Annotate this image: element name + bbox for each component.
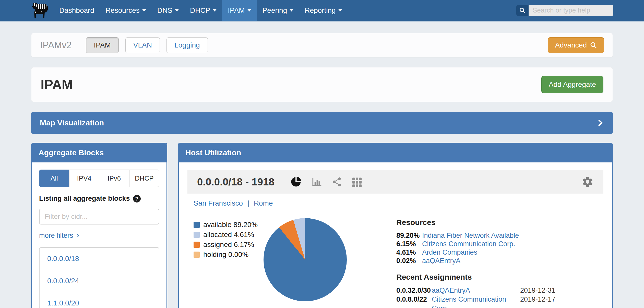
pie-chart-view-button[interactable] xyxy=(290,176,302,188)
type-tab-ipv6[interactable]: IPv6 xyxy=(99,170,129,187)
location-link-san-franscisco[interactable]: San Franscisco xyxy=(194,199,243,207)
help-icon[interactable]: ? xyxy=(133,195,141,203)
legend-swatch-allocated xyxy=(194,232,200,238)
location-separator: | xyxy=(247,199,249,207)
chevron-down-icon xyxy=(213,9,217,11)
advanced-label: Advanced xyxy=(555,41,587,49)
resource-row: 6.15%Citizens Communication Corp. xyxy=(396,240,603,248)
page-title: IPAM xyxy=(41,77,73,92)
search-icon xyxy=(590,42,597,49)
chevron-down-icon xyxy=(247,9,251,11)
more-filters-link[interactable]: more filters xyxy=(39,232,159,240)
resource-percent: 0.02% xyxy=(396,257,422,265)
legend-label: allocated 4.61% xyxy=(203,231,254,239)
legend-label: assigned 6.17% xyxy=(203,241,254,249)
tab-vlan[interactable]: VLAN xyxy=(125,37,160,53)
aggregate-blocks-body: All IPV4 IPv6 DHCP Listing all aggregate… xyxy=(32,162,166,308)
bar-chart-view-button[interactable] xyxy=(311,176,322,187)
nav-item-resources[interactable]: Resources xyxy=(100,0,152,21)
legend-item-assigned: assigned 6.17% xyxy=(194,241,264,249)
recent-assignment-row: 0.0.32.0/30aaQAEntryA2019-12-31 xyxy=(396,286,603,295)
resource-link[interactable]: Arden Companies xyxy=(422,248,603,257)
chevron-down-icon xyxy=(338,9,342,11)
stats-column: Resources 89.20%Indiana Fiber Network Av… xyxy=(396,218,603,308)
block-list-item[interactable]: 0.0.0.0/18 xyxy=(40,248,159,270)
nav-item-label: Peering xyxy=(263,6,287,15)
resource-percent: 4.61% xyxy=(396,248,422,257)
host-utilization-pie-chart xyxy=(264,218,347,301)
resource-link[interactable]: Citizens Communication Corp. xyxy=(422,240,603,248)
content-row: Aggregate Blocks All IPV4 IPv6 DHCP List… xyxy=(31,143,613,308)
assignment-date: 2019-12-17 xyxy=(520,295,603,304)
aggregate-blocks-panel: Aggregate Blocks All IPV4 IPv6 DHCP List… xyxy=(31,143,167,308)
host-utilization-body: 0.0.0.0/18 - 1918 xyxy=(179,162,612,308)
aggregate-block-list: 0.0.0.0/18 0.0.0.0/24 1.1.0.0/20 xyxy=(39,247,159,308)
block-list-item[interactable]: 1.1.0.0/20 xyxy=(40,292,159,308)
grid-view-button[interactable] xyxy=(351,176,363,187)
add-aggregate-button[interactable]: Add Aggregate xyxy=(541,76,603,93)
resource-link[interactable]: Indiana Fiber Network Available xyxy=(422,231,603,240)
view-icons xyxy=(290,176,363,188)
assignment-link[interactable]: aaQAEntryA xyxy=(432,286,520,295)
assignment-link[interactable]: Citizens Communication Corp. xyxy=(432,295,520,308)
nav-item-peering[interactable]: Peering xyxy=(257,0,299,21)
recent-assignment-row: 0.0.8.0/22Citizens Communication Corp.20… xyxy=(396,295,603,308)
nav-item-reporting[interactable]: Reporting xyxy=(299,0,348,21)
resource-percent: 6.15% xyxy=(396,240,422,248)
nav-item-dhcp[interactable]: DHCP xyxy=(184,0,222,21)
search-button[interactable] xyxy=(516,5,529,16)
bar-chart-icon xyxy=(311,176,322,187)
legend-item-allocated: allocated 4.61% xyxy=(194,231,264,239)
type-tab-all[interactable]: All xyxy=(39,170,69,187)
resource-link[interactable]: aaQAEntryA xyxy=(422,257,603,265)
type-tab-ipv4[interactable]: IPV4 xyxy=(69,170,100,187)
nav-item-label: Dashboard xyxy=(59,6,94,15)
nav-item-label: DNS xyxy=(157,6,172,15)
settings-button[interactable] xyxy=(581,176,594,188)
host-block-title: 0.0.0.0/18 - 1918 xyxy=(197,176,274,188)
more-filters-label: more filters xyxy=(39,232,73,240)
cidr-filter-input[interactable] xyxy=(39,209,159,224)
pie-legend: available 89.20% allocated 4.61% assigne… xyxy=(194,218,264,308)
legend-item-available: available 89.20% xyxy=(194,221,264,229)
chevron-down-icon xyxy=(290,9,293,11)
tab-logging[interactable]: Logging xyxy=(166,37,208,53)
assignment-date: 2019-12-31 xyxy=(520,286,603,295)
advanced-search-button[interactable]: Advanced xyxy=(548,37,604,53)
assignment-cidr: 0.0.32.0/30 xyxy=(396,286,432,295)
search-input[interactable] xyxy=(529,5,613,16)
share-icon xyxy=(331,176,342,187)
resource-row: 0.02%aaQAEntryA xyxy=(396,257,603,265)
nav-item-ipam[interactable]: IPAM xyxy=(222,0,257,21)
locations-line: San Franscisco | Rome xyxy=(187,199,603,207)
chevron-right-icon xyxy=(76,233,80,239)
search-icon xyxy=(519,7,526,14)
navbar: Dashboard Resources DNS DHCP IPAM Peerin… xyxy=(0,0,644,21)
logo-wrap[interactable] xyxy=(0,0,54,21)
zebra-logo xyxy=(30,2,50,19)
share-view-button[interactable] xyxy=(331,176,342,187)
nav-item-label: Resources xyxy=(105,6,140,15)
map-visualization-bar[interactable]: Map Visualization xyxy=(31,112,613,134)
legend-label: available 89.20% xyxy=(203,221,258,229)
location-link-rome[interactable]: Rome xyxy=(254,199,273,207)
block-list-item[interactable]: 0.0.0.0/24 xyxy=(40,270,159,292)
host-utilization-panel: Host Utilization 0.0.0.0/18 - 1918 xyxy=(178,143,613,308)
nav-item-label: DHCP xyxy=(190,6,210,15)
nav-item-dashboard[interactable]: Dashboard xyxy=(54,0,100,21)
legend-swatch-holding xyxy=(194,252,200,258)
legend-label: holding 0.00% xyxy=(203,251,248,259)
host-toolbar: 0.0.0.0/18 - 1918 xyxy=(187,170,603,194)
type-tab-dhcp[interactable]: DHCP xyxy=(129,170,160,187)
tab-ipam[interactable]: IPAM xyxy=(86,37,118,53)
nav-items: Dashboard Resources DNS DHCP IPAM Peerin… xyxy=(54,0,348,21)
pie-chart-icon xyxy=(290,176,302,188)
nav-item-dns[interactable]: DNS xyxy=(152,0,184,21)
map-visualization-title: Map Visualization xyxy=(40,119,104,127)
page-header-card: IPAM Add Aggregate xyxy=(31,67,613,102)
nav-item-label: Reporting xyxy=(305,6,336,15)
chevron-down-icon xyxy=(175,9,179,11)
aggregate-blocks-header: Aggregate Blocks xyxy=(32,144,166,162)
resource-row: 4.61%Arden Companies xyxy=(396,248,603,257)
subnav-tabs: IPAM VLAN Logging xyxy=(86,37,208,53)
